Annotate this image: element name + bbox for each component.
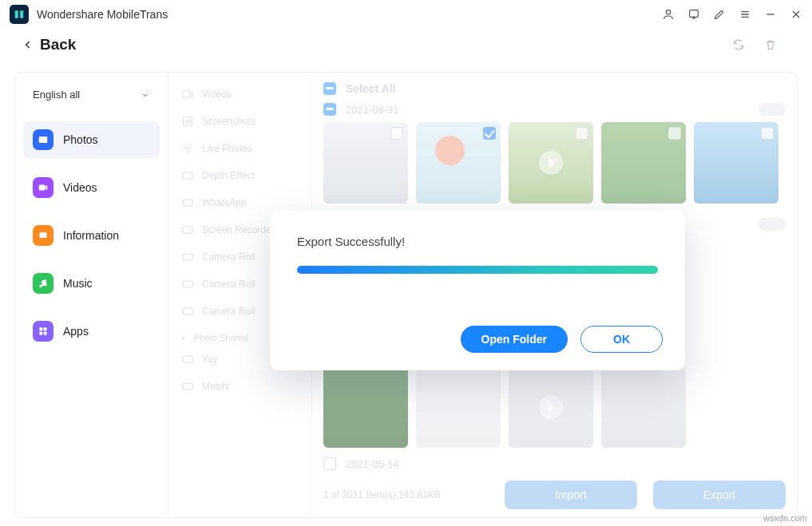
thumb-checkbox[interactable] (390, 127, 403, 140)
cat-livephotos[interactable]: Live Photos (173, 135, 307, 162)
import-button[interactable]: Import (505, 481, 637, 509)
watermark: wsxdn.com (763, 513, 807, 523)
svg-point-15 (186, 120, 189, 123)
apps-icon (33, 321, 53, 342)
count-pill (759, 103, 786, 116)
nav-label: Apps (63, 325, 89, 338)
svg-rect-9 (39, 327, 42, 330)
feedback-icon[interactable] (687, 8, 700, 21)
videos-icon (33, 177, 53, 198)
svg-rect-20 (183, 227, 192, 233)
close-icon[interactable] (790, 8, 802, 21)
svg-point-8 (44, 283, 47, 287)
svg-rect-22 (183, 281, 192, 287)
refresh-icon[interactable] (732, 38, 745, 51)
svg-rect-4 (39, 136, 48, 143)
svg-rect-10 (44, 327, 47, 330)
photo-thumb[interactable] (416, 122, 501, 204)
svg-rect-14 (184, 117, 192, 126)
minimize-icon[interactable] (764, 8, 777, 21)
nav-music[interactable]: Music (23, 265, 160, 302)
footer-info: 1 of 3011 Item(s),143.81KB (323, 489, 441, 500)
ok-button[interactable]: OK (580, 326, 663, 353)
photos-icon (33, 129, 53, 150)
select-all-label: Select All (346, 82, 396, 95)
svg-point-2 (666, 10, 670, 14)
photo-thumb[interactable] (323, 122, 408, 204)
svg-rect-23 (183, 308, 192, 314)
nav-information[interactable]: Information (23, 217, 160, 254)
photo-thumb[interactable] (694, 122, 778, 204)
modal-title: Export Successfully! (297, 235, 658, 248)
album-icon (181, 380, 194, 393)
svg-rect-11 (39, 332, 42, 335)
svg-rect-12 (44, 332, 47, 335)
screenshot-icon (181, 115, 194, 128)
photo-thumb[interactable] (323, 366, 408, 448)
nav-photos[interactable]: Photos (23, 121, 160, 158)
open-folder-button[interactable]: Open Folder (461, 326, 568, 353)
chevron-down-icon (141, 90, 150, 100)
svg-rect-19 (183, 200, 192, 206)
count-pill (759, 218, 786, 231)
svg-point-7 (39, 285, 42, 288)
svg-rect-5 (39, 185, 46, 191)
photo-thumb[interactable] (416, 366, 501, 448)
progress-bar (297, 266, 658, 274)
svg-rect-21 (183, 254, 192, 260)
export-success-modal: Export Successfully! Open Folder OK (270, 211, 685, 370)
svg-rect-1 (20, 10, 23, 18)
photo-thumb[interactable] (601, 366, 686, 448)
svg-point-16 (186, 147, 189, 150)
menu-icon[interactable] (739, 8, 751, 21)
whatsapp-icon (181, 196, 194, 209)
svg-rect-24 (183, 356, 192, 362)
back-button[interactable]: Back (40, 36, 76, 53)
back-bar: Back (0, 29, 812, 61)
language-dropdown[interactable]: English all (23, 81, 160, 109)
screenrec-icon (181, 223, 194, 236)
nav-label: Information (63, 229, 119, 242)
photo-thumb[interactable] (509, 366, 593, 448)
dropdown-label: English all (33, 89, 80, 101)
nav-label: Music (63, 277, 93, 290)
photo-thumb[interactable] (509, 122, 593, 204)
trash-icon[interactable] (764, 38, 777, 51)
select-all-checkbox[interactable] (323, 82, 336, 95)
nav-apps[interactable]: Apps (23, 313, 160, 350)
thumb-checkbox[interactable] (483, 127, 496, 140)
left-panel: English all Photos Videos Information Mu… (15, 73, 168, 517)
account-icon[interactable] (662, 8, 675, 21)
date-checkbox[interactable] (323, 103, 336, 116)
app-title: Wondershare MobileTrans (37, 8, 168, 21)
album-icon (181, 353, 194, 366)
svg-rect-6 (39, 232, 46, 238)
cat-deptheffect[interactable]: Depth Effect (173, 162, 307, 189)
date-label: 2021-05-14 (346, 458, 399, 470)
export-button[interactable]: Export (653, 481, 786, 509)
nav-label: Videos (63, 181, 97, 194)
depth-icon (181, 169, 194, 182)
cat-screenshots[interactable]: Screenshots (173, 108, 307, 135)
nav-videos[interactable]: Videos (23, 169, 160, 206)
thumb-checkbox[interactable] (576, 127, 588, 140)
video-icon (181, 88, 194, 101)
svg-rect-0 (15, 10, 18, 18)
cat-meishi[interactable]: Meishi (173, 373, 307, 400)
cat-videos[interactable]: Videos (173, 81, 307, 108)
app-logo (10, 5, 29, 24)
svg-point-17 (184, 144, 192, 153)
titlebar: Wondershare MobileTrans (0, 0, 812, 29)
back-chevron-icon[interactable] (22, 39, 34, 50)
thumb-checkbox[interactable] (761, 127, 774, 140)
svg-rect-13 (183, 91, 190, 97)
photo-thumb[interactable] (601, 122, 686, 204)
titlebar-actions (662, 8, 802, 21)
edit-icon[interactable] (713, 8, 726, 21)
play-icon (539, 151, 563, 175)
date-checkbox[interactable] (323, 457, 336, 470)
date-label: 2021-08-31 (346, 104, 399, 116)
thumb-checkbox[interactable] (668, 127, 681, 140)
nav-label: Photos (63, 133, 98, 146)
cameraroll-icon (181, 278, 194, 291)
